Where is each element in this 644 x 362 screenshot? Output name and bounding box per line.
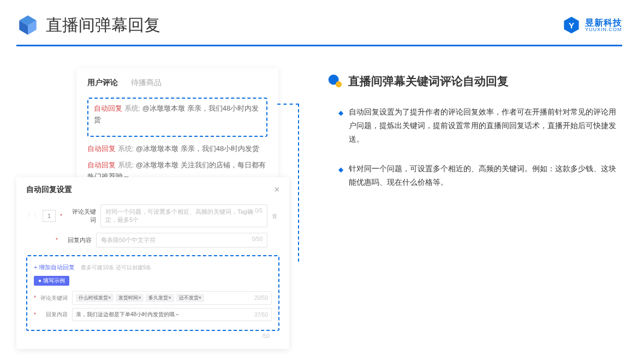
brand: Y 昱新科技 YUUXIN.COM: [562, 16, 622, 34]
add-hint: 最多可建10条 还可以创建9条: [81, 264, 151, 270]
page-title: 直播间弹幕回复: [46, 14, 160, 37]
brand-logo-icon: Y: [562, 16, 581, 34]
ex-keyword-input[interactable]: 什么时候发货× 发货时间× 多久发货× 还不发货× 20/50: [72, 291, 272, 305]
reply-input[interactable]: 每条限50个中文字符 0/50: [96, 233, 267, 248]
bullet-list: ◆ 自动回复设置为了提升作者的评论回复效率，作者可在开播前针对常见的评论用户问题…: [327, 105, 622, 189]
add-auto-reply-link[interactable]: + 增加自动回复: [34, 264, 75, 270]
close-icon[interactable]: ×: [275, 185, 279, 195]
description-column: 直播间弹幕关键词评论自动回复 ◆ 自动回复设置为了提升作者的评论回复效率，作者可…: [300, 63, 622, 204]
comment-row: 自动回复 系统: @冰墩墩本墩 亲亲，我们48小时内发货: [87, 143, 267, 155]
diamond-icon: ◆: [338, 107, 343, 147]
brand-name: 昱新科技: [585, 19, 622, 27]
trash-icon[interactable]: 🗑: [272, 213, 279, 219]
page-header: 直播间弹幕回复 Y 昱新科技 YUUXIN.COM: [0, 0, 644, 45]
settings-card: 自动回复设置 × ⋮⋮ 1 * 评论关键词 对同一个问题，可设置多个相近、高频的…: [16, 177, 289, 349]
brand-url: YUUXIN.COM: [585, 27, 622, 32]
settings-title: 自动回复设置: [26, 185, 72, 195]
chat-bubble-icon: [327, 74, 343, 89]
keyword-input[interactable]: 对同一个问题，可设置多个相近、高频的关键词，Tag确定，最多5个 0/5: [100, 204, 267, 227]
diamond-icon: ◆: [338, 164, 343, 189]
row-number: 1: [43, 210, 56, 222]
reply-label: 回复内容: [62, 236, 92, 244]
below-count: /50: [26, 333, 279, 339]
auto-reply-tag: 自动回复: [94, 104, 122, 112]
bullet-item: ◆ 自动回复设置为了提升作者的评论回复效率，作者可在开播前针对常见的评论用户问题…: [338, 105, 622, 147]
section-title: 直播间弹幕关键词评论自动回复: [348, 74, 509, 89]
keyword-label: 评论关键词: [67, 208, 96, 224]
tab-pending-products[interactable]: 待播商品: [131, 78, 162, 88]
svg-point-2: [336, 81, 342, 87]
cube-icon: [16, 14, 39, 37]
drag-handle-icon[interactable]: ⋮⋮: [26, 213, 38, 220]
tab-user-comments[interactable]: 用户评论: [87, 78, 118, 88]
example-box: + 增加自动回复 最多可建10条 还可以创建9条 ● 填写示例 * 评论关键词 …: [26, 255, 279, 331]
bullet-item: ◆ 针对同一个问题，可设置多个相近的、高频的关键词。例如：这款多少钱、这块能优惠…: [338, 162, 622, 189]
highlighted-comment: 自动回复 系统: @冰墩墩本墩 亲亲，我们48小时内发货: [87, 98, 267, 137]
ex-keyword-label: 评论关键词: [40, 294, 68, 302]
screenshots-column: 用户评论 待播商品 自动回复 系统: @冰墩墩本墩 亲亲，我们48小时内发货 自…: [16, 63, 278, 204]
ex-reply-input[interactable]: 亲，我们这边都是下单48小时内发货的哦～ 37/50: [72, 308, 272, 321]
ex-reply-label: 回复内容: [40, 311, 68, 318]
example-badge: ● 填写示例: [34, 276, 69, 286]
svg-text:Y: Y: [569, 21, 574, 30]
